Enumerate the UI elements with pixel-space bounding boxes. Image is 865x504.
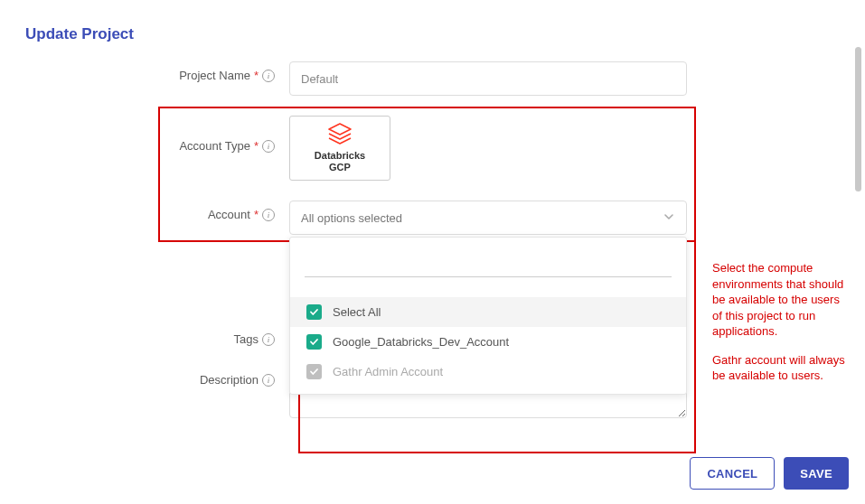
- button-bar: CANCEL SAVE: [690, 457, 849, 490]
- info-icon[interactable]: i: [262, 140, 275, 153]
- row-account: Account* i All options selected: [0, 201, 865, 235]
- chevron-down-icon: [663, 210, 675, 226]
- scrollbar-thumb[interactable]: [855, 47, 861, 191]
- dropdown-option-select-all[interactable]: Select All: [290, 297, 686, 327]
- label-text: Account: [208, 208, 250, 221]
- label-tags: Tags i: [0, 325, 289, 346]
- account-type-card-databricks-gcp[interactable]: DatabricksGCP: [289, 116, 390, 181]
- required-mark: *: [254, 139, 259, 153]
- account-dropdown-panel: Select All Google_Databricks_Dev_Account…: [289, 237, 687, 395]
- dropdown-selected-text: All options selected: [301, 211, 402, 225]
- label-text: Account Type: [179, 139, 250, 153]
- row-account-type: Account Type* i DatabricksGCP: [0, 116, 865, 181]
- cancel-button[interactable]: CANCEL: [690, 457, 775, 490]
- page-title: Update Project: [0, 0, 865, 43]
- label-description: Description i: [0, 366, 289, 387]
- save-button[interactable]: SAVE: [784, 457, 849, 490]
- info-icon[interactable]: i: [262, 333, 275, 346]
- project-name-input[interactable]: [289, 61, 687, 96]
- option-label: Gathr Admin Account: [333, 365, 443, 378]
- account-type-card-label: DatabricksGCP: [315, 150, 365, 173]
- annotation-p2: Gathr account will always be available t…: [712, 352, 852, 384]
- checkbox-icon: [306, 364, 322, 379]
- required-mark: *: [254, 208, 259, 221]
- label-text: Project Name: [179, 69, 250, 82]
- dropdown-option-gathr-admin: Gathr Admin Account: [290, 357, 686, 387]
- option-label: Select All: [333, 305, 381, 319]
- dropdown-option-google-databricks-dev[interactable]: Google_Databricks_Dev_Account: [290, 327, 686, 357]
- label-project-name: Project Name* i: [0, 61, 289, 82]
- label-account-type: Account Type* i: [0, 116, 289, 153]
- dropdown-search-input[interactable]: [305, 252, 672, 277]
- dropdown-search-wrap: [290, 238, 686, 285]
- checkbox-icon: [306, 334, 322, 350]
- info-icon[interactable]: i: [262, 374, 275, 387]
- annotation-p1: Select the compute environments that sho…: [712, 260, 852, 340]
- label-text: Description: [200, 373, 259, 387]
- scrollbar[interactable]: [855, 47, 861, 495]
- checkbox-icon: [306, 304, 322, 320]
- option-label: Google_Databricks_Dev_Account: [333, 335, 509, 349]
- databricks-icon: [327, 123, 353, 146]
- info-icon[interactable]: i: [262, 209, 275, 221]
- label-text: Tags: [234, 332, 259, 346]
- annotation-text: Select the compute environments that sho…: [712, 260, 852, 397]
- required-mark: *: [254, 69, 259, 82]
- label-account: Account* i: [0, 201, 289, 221]
- row-project-name: Project Name* i: [0, 61, 865, 96]
- info-icon[interactable]: i: [262, 70, 275, 82]
- account-dropdown[interactable]: All options selected: [289, 201, 687, 235]
- dropdown-option-list: Select All Google_Databricks_Dev_Account…: [290, 285, 686, 394]
